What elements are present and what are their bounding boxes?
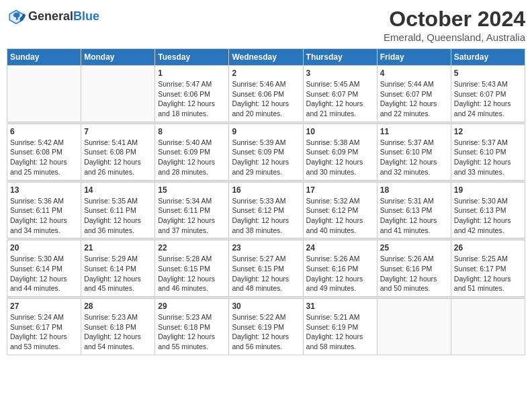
- weekday-header-thursday: Thursday: [303, 49, 377, 66]
- day-detail: Sunrise: 5:42 AM Sunset: 6:08 PM Dayligh…: [10, 138, 78, 177]
- location: Emerald, Queensland, Australia: [384, 32, 525, 43]
- day-number: 19: [454, 185, 522, 195]
- weekday-header-wednesday: Wednesday: [229, 49, 303, 66]
- calendar-cell: 10Sunrise: 5:38 AM Sunset: 6:09 PM Dayli…: [303, 124, 377, 180]
- day-detail: Sunrise: 5:37 AM Sunset: 6:10 PM Dayligh…: [454, 138, 522, 177]
- calendar-cell: 16Sunrise: 5:33 AM Sunset: 6:12 PM Dayli…: [229, 182, 303, 238]
- day-detail: Sunrise: 5:21 AM Sunset: 6:19 PM Dayligh…: [306, 312, 374, 352]
- day-number: 29: [158, 302, 226, 311]
- day-number: 8: [158, 127, 226, 136]
- day-detail: Sunrise: 5:22 AM Sunset: 6:19 PM Dayligh…: [232, 312, 300, 352]
- day-detail: Sunrise: 5:40 AM Sunset: 6:09 PM Dayligh…: [158, 138, 226, 177]
- calendar-cell: 29Sunrise: 5:23 AM Sunset: 6:18 PM Dayli…: [155, 299, 229, 355]
- day-detail: Sunrise: 5:29 AM Sunset: 6:14 PM Dayligh…: [84, 254, 152, 293]
- day-detail: Sunrise: 5:39 AM Sunset: 6:09 PM Dayligh…: [232, 138, 300, 177]
- calendar-cell: 8Sunrise: 5:40 AM Sunset: 6:09 PM Daylig…: [155, 124, 229, 180]
- day-detail: Sunrise: 5:26 AM Sunset: 6:16 PM Dayligh…: [380, 254, 448, 293]
- calendar-cell: 13Sunrise: 5:36 AM Sunset: 6:11 PM Dayli…: [7, 182, 81, 238]
- day-number: 21: [84, 243, 152, 253]
- calendar-cell: 28Sunrise: 5:23 AM Sunset: 6:18 PM Dayli…: [81, 299, 155, 355]
- day-number: 25: [380, 243, 448, 253]
- day-detail: Sunrise: 5:45 AM Sunset: 6:07 PM Dayligh…: [306, 79, 374, 119]
- day-number: 5: [454, 68, 522, 78]
- calendar-cell: 25Sunrise: 5:26 AM Sunset: 6:16 PM Dayli…: [377, 240, 451, 297]
- page-header: General Blue October 2024 Emerald, Queen…: [7, 7, 525, 43]
- calendar-cell: 14Sunrise: 5:35 AM Sunset: 6:11 PM Dayli…: [81, 182, 155, 238]
- weekday-header-row: SundayMondayTuesdayWednesdayThursdayFrid…: [7, 49, 525, 66]
- day-detail: Sunrise: 5:38 AM Sunset: 6:09 PM Dayligh…: [306, 138, 374, 177]
- calendar-cell: 9Sunrise: 5:39 AM Sunset: 6:09 PM Daylig…: [229, 124, 303, 180]
- day-detail: Sunrise: 5:43 AM Sunset: 6:07 PM Dayligh…: [454, 79, 522, 119]
- calendar-cell: 20Sunrise: 5:30 AM Sunset: 6:14 PM Dayli…: [7, 240, 81, 297]
- day-number: 30: [232, 302, 300, 311]
- day-number: 15: [158, 185, 226, 195]
- day-number: 24: [306, 243, 374, 253]
- day-detail: Sunrise: 5:23 AM Sunset: 6:18 PM Dayligh…: [84, 312, 152, 352]
- week-row-3: 13Sunrise: 5:36 AM Sunset: 6:11 PM Dayli…: [7, 182, 525, 238]
- day-number: 1: [158, 68, 226, 78]
- weekday-header-sunday: Sunday: [7, 49, 81, 66]
- day-number: 31: [306, 302, 374, 311]
- calendar-cell: 17Sunrise: 5:32 AM Sunset: 6:12 PM Dayli…: [303, 182, 377, 238]
- day-number: 26: [454, 243, 522, 253]
- day-detail: Sunrise: 5:37 AM Sunset: 6:10 PM Dayligh…: [380, 138, 448, 177]
- weekday-header-tuesday: Tuesday: [155, 49, 229, 66]
- month-title: October 2024: [384, 7, 525, 32]
- day-number: 13: [10, 185, 78, 195]
- calendar-cell: 21Sunrise: 5:29 AM Sunset: 6:14 PM Dayli…: [81, 240, 155, 297]
- day-number: 11: [380, 127, 448, 136]
- day-number: 9: [232, 127, 300, 136]
- week-row-2: 6Sunrise: 5:42 AM Sunset: 6:08 PM Daylig…: [7, 124, 525, 180]
- calendar-cell: [451, 299, 525, 355]
- calendar-cell: 22Sunrise: 5:28 AM Sunset: 6:15 PM Dayli…: [155, 240, 229, 297]
- weekday-header-saturday: Saturday: [451, 49, 525, 66]
- logo: General Blue: [7, 7, 99, 26]
- day-detail: Sunrise: 5:25 AM Sunset: 6:17 PM Dayligh…: [454, 254, 522, 293]
- day-detail: Sunrise: 5:27 AM Sunset: 6:15 PM Dayligh…: [232, 254, 300, 293]
- day-number: 20: [10, 243, 78, 253]
- day-number: 16: [232, 185, 300, 195]
- calendar-cell: 18Sunrise: 5:31 AM Sunset: 6:13 PM Dayli…: [377, 182, 451, 238]
- calendar-cell: 7Sunrise: 5:41 AM Sunset: 6:08 PM Daylig…: [81, 124, 155, 180]
- weekday-header-monday: Monday: [81, 49, 155, 66]
- day-number: 17: [306, 185, 374, 195]
- day-number: 22: [158, 243, 226, 253]
- day-detail: Sunrise: 5:24 AM Sunset: 6:17 PM Dayligh…: [10, 312, 78, 352]
- day-detail: Sunrise: 5:30 AM Sunset: 6:14 PM Dayligh…: [10, 254, 78, 293]
- calendar-cell: 11Sunrise: 5:37 AM Sunset: 6:10 PM Dayli…: [377, 124, 451, 180]
- calendar-cell: 23Sunrise: 5:27 AM Sunset: 6:15 PM Dayli…: [229, 240, 303, 297]
- day-number: 23: [232, 243, 300, 253]
- day-number: 18: [380, 185, 448, 195]
- calendar-cell: 26Sunrise: 5:25 AM Sunset: 6:17 PM Dayli…: [451, 240, 525, 297]
- day-number: 4: [380, 68, 448, 78]
- calendar-cell: 4Sunrise: 5:44 AM Sunset: 6:07 PM Daylig…: [377, 66, 451, 122]
- day-detail: Sunrise: 5:32 AM Sunset: 6:12 PM Dayligh…: [306, 196, 374, 236]
- calendar-cell: [377, 299, 451, 355]
- day-detail: Sunrise: 5:30 AM Sunset: 6:13 PM Dayligh…: [454, 196, 522, 236]
- calendar-cell: 19Sunrise: 5:30 AM Sunset: 6:13 PM Dayli…: [451, 182, 525, 238]
- calendar-cell: 15Sunrise: 5:34 AM Sunset: 6:11 PM Dayli…: [155, 182, 229, 238]
- calendar-cell: 31Sunrise: 5:21 AM Sunset: 6:19 PM Dayli…: [303, 299, 377, 355]
- week-row-5: 27Sunrise: 5:24 AM Sunset: 6:17 PM Dayli…: [7, 299, 525, 355]
- day-number: 7: [84, 127, 152, 136]
- logo-icon: [7, 7, 26, 26]
- weekday-header-friday: Friday: [377, 49, 451, 66]
- day-number: 3: [306, 68, 374, 78]
- day-detail: Sunrise: 5:23 AM Sunset: 6:18 PM Dayligh…: [158, 312, 226, 352]
- calendar-cell: [7, 66, 81, 122]
- calendar: SundayMondayTuesdayWednesdayThursdayFrid…: [7, 48, 525, 355]
- day-number: 27: [10, 302, 78, 311]
- calendar-cell: 5Sunrise: 5:43 AM Sunset: 6:07 PM Daylig…: [451, 66, 525, 122]
- day-detail: Sunrise: 5:46 AM Sunset: 6:06 PM Dayligh…: [232, 79, 300, 119]
- day-detail: Sunrise: 5:41 AM Sunset: 6:08 PM Dayligh…: [84, 138, 152, 177]
- day-detail: Sunrise: 5:36 AM Sunset: 6:11 PM Dayligh…: [10, 196, 78, 236]
- day-detail: Sunrise: 5:26 AM Sunset: 6:16 PM Dayligh…: [306, 254, 374, 293]
- day-detail: Sunrise: 5:33 AM Sunset: 6:12 PM Dayligh…: [232, 196, 300, 236]
- calendar-cell: 2Sunrise: 5:46 AM Sunset: 6:06 PM Daylig…: [229, 66, 303, 122]
- calendar-cell: 6Sunrise: 5:42 AM Sunset: 6:08 PM Daylig…: [7, 124, 81, 180]
- calendar-cell: 24Sunrise: 5:26 AM Sunset: 6:16 PM Dayli…: [303, 240, 377, 297]
- day-number: 14: [84, 185, 152, 195]
- calendar-cell: 12Sunrise: 5:37 AM Sunset: 6:10 PM Dayli…: [451, 124, 525, 180]
- logo-general: General: [28, 9, 73, 24]
- day-detail: Sunrise: 5:35 AM Sunset: 6:11 PM Dayligh…: [84, 196, 152, 236]
